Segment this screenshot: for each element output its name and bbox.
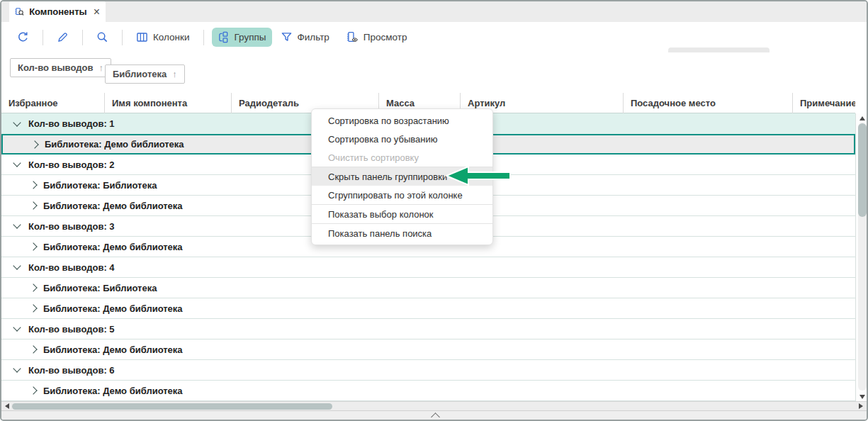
chevron-right-icon[interactable] xyxy=(29,304,37,312)
group-row-label: Библиотека: Библиотека xyxy=(43,283,157,293)
group-row-label: Кол-во выводов: 6 xyxy=(28,365,115,376)
scroll-down-icon[interactable] xyxy=(859,395,865,399)
chevron-down-icon[interactable] xyxy=(13,118,21,126)
toolbar: Колонки Группы Фильтр xyxy=(1,22,867,53)
horizontal-scrollbar[interactable] xyxy=(1,401,867,410)
preview-label: Просмотр xyxy=(363,32,407,43)
toolbar-separator xyxy=(43,30,43,45)
group-chip-label: Кол-во выводов xyxy=(18,62,93,73)
group-row[interactable]: Библиотека: Демо библиотека xyxy=(1,339,855,360)
chevron-down-icon[interactable] xyxy=(13,159,21,167)
menu-item-sort-descending[interactable]: Сортировка по убыванию xyxy=(312,130,492,148)
chevron-down-icon[interactable] xyxy=(13,323,21,331)
bottom-collapse-strip[interactable] xyxy=(1,410,867,420)
chevron-right-icon[interactable] xyxy=(29,181,37,189)
group-row-label: Кол-во выводов: 3 xyxy=(28,221,115,232)
filter-icon xyxy=(281,31,293,43)
toolbar-separator xyxy=(82,30,83,45)
chevron-right-icon[interactable] xyxy=(29,345,37,353)
group-row-label: Библиотека: Демо библиотека xyxy=(43,242,183,252)
group-row[interactable]: Кол-во выводов: 4 xyxy=(1,257,855,278)
toolbar-separator xyxy=(122,30,123,45)
horizontal-scroll-thumb[interactable] xyxy=(12,403,332,410)
group-row[interactable]: Библиотека: Демо библиотека xyxy=(1,381,855,401)
chevron-right-icon[interactable] xyxy=(29,284,37,291)
group-by-panel: Кол-во выводов ↑ Библиотека ↑ xyxy=(1,52,867,93)
sort-ascending-icon: ↑ xyxy=(98,62,103,73)
pencil-icon xyxy=(57,31,69,43)
search-icon xyxy=(96,31,108,43)
scroll-left-icon[interactable] xyxy=(5,403,9,409)
annotation-arrow-icon xyxy=(445,164,512,187)
edit-button[interactable] xyxy=(51,28,74,47)
sort-ascending-icon: ↑ xyxy=(172,69,177,79)
group-row-label: Библиотека: Демо библиотека xyxy=(43,201,183,211)
scroll-up-icon[interactable] xyxy=(859,116,865,120)
column-header-footprint[interactable]: Посадочное место xyxy=(624,93,793,113)
column-header-note[interactable]: Примечание xyxy=(793,93,855,113)
group-chip-library[interactable]: Библиотека ↑ xyxy=(105,64,185,84)
chevron-right-icon[interactable] xyxy=(29,201,37,209)
menu-item-group-by-column[interactable]: Сгруппировать по этой колонке xyxy=(312,186,492,204)
menu-item-show-column-chooser[interactable]: Показать выбор колонок xyxy=(312,205,492,223)
group-row-label: Кол-во выводов: 1 xyxy=(28,118,115,129)
tab-components[interactable]: Компоненты × xyxy=(9,1,106,22)
chevron-down-icon[interactable] xyxy=(13,364,21,372)
chevron-down-icon[interactable] xyxy=(13,262,21,269)
group-row[interactable]: Библиотека: Демо библиотека xyxy=(1,298,855,319)
group-row-label: Библиотека: Демо библиотека xyxy=(45,139,184,150)
vertical-scroll-thumb[interactable] xyxy=(858,123,867,217)
refresh-button[interactable] xyxy=(11,28,35,47)
filter-button[interactable]: Фильтр xyxy=(275,28,335,47)
tab-close-icon[interactable]: × xyxy=(94,6,100,18)
chevron-right-icon[interactable] xyxy=(29,386,37,394)
tab-bar: Компоненты × xyxy=(1,1,867,23)
group-row-label: Кол-во выводов: 4 xyxy=(28,262,115,273)
group-row[interactable]: Библиотека: Библиотека xyxy=(1,278,855,298)
menu-item-show-search-panel[interactable]: Показать панель поиска xyxy=(312,224,492,242)
groups-icon xyxy=(218,31,230,43)
scroll-right-icon[interactable] xyxy=(859,403,863,409)
groups-button[interactable]: Группы xyxy=(212,28,272,47)
column-header-favorite[interactable]: Избранное xyxy=(1,93,105,113)
group-row[interactable]: Кол-во выводов: 5 xyxy=(1,319,855,339)
group-row-label: Кол-во выводов: 5 xyxy=(28,324,115,335)
chevron-right-icon[interactable] xyxy=(30,140,38,148)
group-row-label: Библиотека: Демо библиотека xyxy=(43,386,183,396)
refresh-icon xyxy=(17,31,29,43)
collapse-up-icon[interactable] xyxy=(431,412,440,421)
group-chip-label: Библиотека xyxy=(113,69,167,79)
component-search-icon xyxy=(15,6,24,18)
vertical-scrollbar[interactable] xyxy=(855,113,867,401)
columns-label: Колонки xyxy=(153,32,190,43)
chevron-down-icon[interactable] xyxy=(13,220,21,228)
columns-icon xyxy=(136,31,148,43)
toolbar-separator xyxy=(203,30,204,45)
components-window: Компоненты × xyxy=(0,0,868,421)
group-chip-pin-count[interactable]: Кол-во выводов ↑ xyxy=(10,58,111,77)
preview-icon xyxy=(346,31,359,43)
group-row[interactable]: Кол-во выводов: 6 xyxy=(1,360,855,381)
group-row-label: Библиотека: Демо библиотека xyxy=(43,344,183,355)
column-header-name[interactable]: Имя компонента xyxy=(105,93,232,113)
search-button[interactable] xyxy=(91,28,114,47)
group-row-label: Библиотека: Библиотека xyxy=(43,180,157,191)
groups-label: Группы xyxy=(235,32,266,43)
tab-title: Компоненты xyxy=(29,6,87,17)
filter-label: Фильтр xyxy=(298,32,329,43)
group-row-label: Кол-во выводов: 2 xyxy=(28,159,115,170)
chevron-right-icon[interactable] xyxy=(29,242,37,250)
menu-item-sort-ascending[interactable]: Сортировка по возрастанию xyxy=(312,111,492,130)
columns-button[interactable]: Колонки xyxy=(130,28,196,47)
preview-button[interactable]: Просмотр xyxy=(341,28,413,47)
group-row-label: Библиотека: Демо библиотека xyxy=(43,303,183,314)
